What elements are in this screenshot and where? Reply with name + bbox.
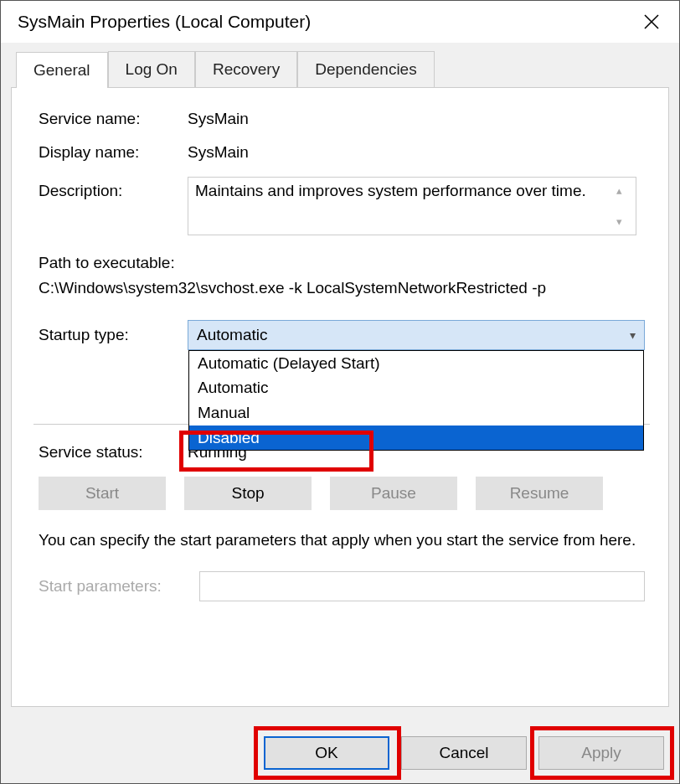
startup-type-selected: Automatic (197, 326, 267, 344)
label-service-status: Service status: (39, 443, 188, 462)
label-description: Description: (39, 177, 188, 200)
dialog-footer: OK Cancel Apply (1, 723, 679, 783)
tab-logon[interactable]: Log On (108, 51, 195, 87)
label-display-name: Display name: (39, 143, 188, 162)
startup-option-disabled[interactable]: Disabled (189, 426, 643, 451)
close-icon (644, 14, 659, 29)
startup-option-delayed[interactable]: Automatic (Delayed Start) (189, 351, 643, 376)
description-box: Maintains and improves system performanc… (188, 177, 636, 235)
value-service-name: SysMain (188, 110, 249, 128)
value-path: C:\Windows\system32\svchost.exe -k Local… (39, 276, 645, 301)
apply-button[interactable]: Apply (538, 736, 664, 770)
label-start-parameters: Start parameters: (39, 577, 199, 596)
cancel-button[interactable]: Cancel (401, 736, 527, 770)
tab-panel-general: Service name: SysMain Display name: SysM… (11, 87, 669, 707)
value-description: Maintains and improves system performanc… (195, 181, 609, 231)
startup-option-manual[interactable]: Manual (189, 400, 643, 426)
stop-button[interactable]: Stop (184, 477, 312, 510)
resume-button[interactable]: Resume (476, 477, 603, 510)
dialog-body: General Log On Recovery Dependencies Ser… (1, 43, 679, 723)
scroll-up-icon: ▴ (616, 184, 622, 197)
start-button[interactable]: Start (39, 477, 166, 510)
label-startup-type: Startup type: (39, 326, 188, 344)
label-path: Path to executable: (39, 250, 645, 276)
properties-dialog: SysMain Properties (Local Computer) Gene… (0, 0, 680, 784)
ok-button[interactable]: OK (264, 736, 389, 770)
description-scrollbar[interactable]: ▴ ▾ (609, 181, 629, 231)
chevron-down-icon: ▾ (630, 328, 636, 342)
startup-type-combo[interactable]: Automatic ▾ Automatic (Delayed Start) Au… (188, 320, 645, 350)
startup-type-dropdown: Automatic (Delayed Start) Automatic Manu… (188, 350, 644, 451)
titlebar: SysMain Properties (Local Computer) (1, 1, 679, 43)
window-title: SysMain Properties (Local Computer) (18, 12, 311, 32)
tab-dependencies[interactable]: Dependencies (297, 51, 434, 87)
tab-recovery[interactable]: Recovery (195, 51, 297, 87)
label-service-name: Service name: (39, 110, 188, 128)
start-params-note: You can specify the start parameters tha… (39, 529, 645, 552)
startup-option-automatic[interactable]: Automatic (189, 375, 643, 400)
close-button[interactable] (639, 9, 664, 34)
value-display-name: SysMain (188, 143, 249, 162)
pause-button[interactable]: Pause (330, 477, 457, 510)
scroll-down-icon: ▾ (616, 215, 622, 228)
tab-general[interactable]: General (16, 52, 108, 88)
tabstrip: General Log On Recovery Dependencies (16, 51, 669, 87)
start-parameters-input[interactable] (199, 571, 645, 601)
